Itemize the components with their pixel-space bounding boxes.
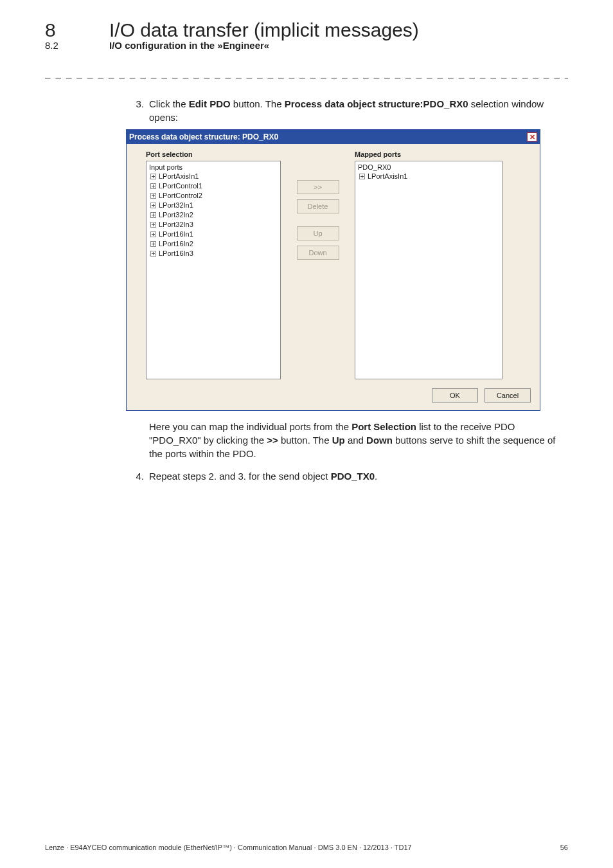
close-icon[interactable]: ✕ xyxy=(527,132,537,141)
list-root: Input ports xyxy=(149,163,278,171)
page-number: 56 xyxy=(560,844,568,851)
list-item[interactable]: LPort32In2 xyxy=(150,210,278,220)
list-item[interactable]: LPortAxisIn1 xyxy=(150,172,278,181)
item-label: LPortAxisIn1 xyxy=(159,172,199,181)
list-item[interactable]: LPort16In3 xyxy=(150,249,278,258)
delete-button[interactable]: Delete xyxy=(297,199,339,213)
step-number: 4. xyxy=(127,469,149,483)
list-item[interactable]: LPortControl2 xyxy=(150,191,278,201)
expand-icon[interactable] xyxy=(150,231,156,237)
text: button. The xyxy=(231,98,285,109)
expand-icon[interactable] xyxy=(150,241,156,247)
step-4: 4. Repeat steps 2. and 3. for the send o… xyxy=(127,469,562,483)
port-selection-list[interactable]: Input ports LPortAxisIn1 LPortControl1 L… xyxy=(146,161,281,379)
list-root: PDO_RX0 xyxy=(358,163,499,171)
expand-icon[interactable] xyxy=(150,183,156,189)
text: Here you can map the individual ports fr… xyxy=(149,421,351,432)
section-number: 8.2 xyxy=(45,40,109,51)
chapter-number: 8 xyxy=(45,19,109,41)
expand-icon[interactable] xyxy=(150,174,156,179)
dialog-title: Process data object structure: PDO_RX0 xyxy=(129,132,278,141)
list-item[interactable]: LPort16In1 xyxy=(150,230,278,239)
expand-icon[interactable] xyxy=(150,222,156,228)
list-item[interactable]: LPort32In1 xyxy=(150,201,278,210)
text: Repeat steps 2. and 3. for the send obje… xyxy=(149,471,331,482)
list-item[interactable]: LPort32In3 xyxy=(150,220,278,230)
text-bold: PDO_TX0 xyxy=(331,471,375,482)
item-label: LPort32In3 xyxy=(159,220,193,230)
ok-button[interactable]: OK xyxy=(432,388,478,402)
text: button. The xyxy=(278,435,332,446)
expand-icon[interactable] xyxy=(150,203,156,208)
text-bold: Up xyxy=(332,435,345,446)
mapped-ports-list[interactable]: PDO_RX0 LPortAxisIn1 xyxy=(355,161,502,379)
chapter-title: I/O data transfer (implicit messages) xyxy=(109,19,419,41)
move-button[interactable]: >> xyxy=(297,180,339,194)
dialog-titlebar[interactable]: Process data object structure: PDO_RX0 ✕ xyxy=(127,130,540,144)
item-label: LPort32In1 xyxy=(159,201,193,210)
list-item[interactable]: LPort16In2 xyxy=(150,239,278,249)
text-bold: >> xyxy=(267,435,278,446)
text: and xyxy=(345,435,366,446)
separator: _ _ _ _ _ _ _ _ _ _ _ _ _ _ _ _ _ _ _ _ … xyxy=(45,68,568,79)
dialog-pdo-structure: Process data object structure: PDO_RX0 ✕… xyxy=(126,129,540,411)
footer-left: Lenze · E94AYCEO communication module (E… xyxy=(45,844,412,851)
paragraph: Here you can map the individual ports fr… xyxy=(149,420,562,460)
expand-icon[interactable] xyxy=(150,212,156,218)
text: . xyxy=(375,471,377,482)
expand-icon[interactable] xyxy=(150,193,156,199)
text-bold: Edit PDO xyxy=(189,98,231,109)
step-3: 3. Click the Edit PDO button. The Proces… xyxy=(127,97,562,124)
list-item[interactable]: LPortControl1 xyxy=(150,181,278,191)
step-number: 3. xyxy=(127,97,149,124)
text-bold: Process data object structure:PDO_RX0 xyxy=(285,98,468,109)
item-label: LPortControl2 xyxy=(159,191,202,201)
text-bold: Port Selection xyxy=(351,421,416,432)
item-label: LPort16In3 xyxy=(159,249,193,258)
list-item[interactable]: LPortAxisIn1 xyxy=(359,172,499,181)
mapped-ports-label: Mapped ports xyxy=(355,150,502,158)
item-label: LPort32In2 xyxy=(159,210,193,220)
down-button[interactable]: Down xyxy=(297,246,339,260)
section-title: I/O configuration in the »Engineer« xyxy=(109,40,269,51)
port-selection-label: Port selection xyxy=(146,150,281,158)
item-label: LPort16In2 xyxy=(159,239,193,249)
text: Click the xyxy=(149,98,189,109)
text-bold: Down xyxy=(366,435,393,446)
item-label: LPort16In1 xyxy=(159,230,193,239)
item-label: LPortControl1 xyxy=(159,181,202,191)
cancel-button[interactable]: Cancel xyxy=(484,388,531,402)
up-button[interactable]: Up xyxy=(297,226,339,240)
expand-icon[interactable] xyxy=(359,174,365,179)
item-label: LPortAxisIn1 xyxy=(368,172,407,181)
expand-icon[interactable] xyxy=(150,251,156,257)
